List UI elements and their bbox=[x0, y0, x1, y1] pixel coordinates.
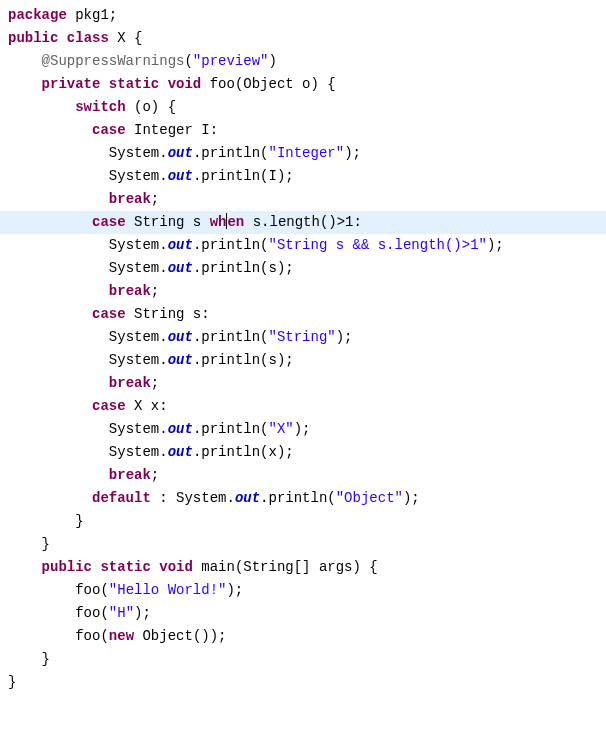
case-label: X x bbox=[134, 398, 159, 414]
keyword-case: case bbox=[92, 398, 126, 414]
code-line: public static void main(String[] args) { bbox=[0, 556, 606, 579]
code-line: public class X { bbox=[0, 27, 606, 50]
code-line: System.out.println(s); bbox=[0, 257, 606, 280]
sys: System bbox=[109, 168, 159, 184]
var: x bbox=[269, 444, 277, 460]
println: println bbox=[201, 329, 260, 345]
println: println bbox=[201, 444, 260, 460]
keyword-break: break bbox=[109, 191, 151, 207]
type: Object bbox=[142, 628, 192, 644]
string-literal: "H" bbox=[109, 605, 134, 621]
sys: System bbox=[109, 145, 159, 161]
switch-expr: o bbox=[142, 99, 150, 115]
code-line: System.out.println(s); bbox=[0, 349, 606, 372]
keyword-case: case bbox=[92, 122, 126, 138]
out-field: out bbox=[168, 329, 193, 345]
code-line: System.out.println(x); bbox=[0, 441, 606, 464]
code-line: package pkg1; bbox=[0, 4, 606, 27]
code-line: break; bbox=[0, 372, 606, 395]
keyword-break: break bbox=[109, 283, 151, 299]
out-field: out bbox=[235, 490, 260, 506]
case-label: Integer I bbox=[134, 122, 210, 138]
code-line: break; bbox=[0, 464, 606, 487]
keyword-void: void bbox=[168, 76, 202, 92]
code-line: } bbox=[0, 533, 606, 556]
sys: System bbox=[109, 260, 159, 276]
println: println bbox=[269, 490, 328, 506]
out-field: out bbox=[168, 444, 193, 460]
method-name: foo bbox=[210, 76, 235, 92]
text-cursor bbox=[226, 213, 227, 229]
code-line: foo("Hello World!"); bbox=[0, 579, 606, 602]
string-literal: "Object" bbox=[336, 490, 403, 506]
case-label: String s bbox=[134, 306, 201, 322]
code-editor: package pkg1; public class X { @Suppress… bbox=[0, 0, 606, 698]
annotation: @SuppressWarnings bbox=[42, 53, 185, 69]
keyword-static: static bbox=[109, 76, 159, 92]
keyword-public: public bbox=[42, 559, 92, 575]
string-literal: "String s && s.length()>1" bbox=[269, 237, 487, 253]
out-field: out bbox=[168, 352, 193, 368]
param: String[] args bbox=[243, 559, 352, 575]
code-line: System.out.println(I); bbox=[0, 165, 606, 188]
println: println bbox=[201, 145, 260, 161]
method-name: main bbox=[201, 559, 235, 575]
var: I bbox=[269, 168, 277, 184]
keyword-case: case bbox=[92, 306, 126, 322]
keyword-static: static bbox=[100, 559, 150, 575]
keyword-void: void bbox=[159, 559, 193, 575]
code-line: } bbox=[0, 648, 606, 671]
println: println bbox=[201, 352, 260, 368]
keyword-switch: switch bbox=[75, 99, 125, 115]
code-line: System.out.println("String"); bbox=[0, 326, 606, 349]
call: foo bbox=[75, 582, 100, 598]
sys: System bbox=[176, 490, 226, 506]
sys: System bbox=[109, 352, 159, 368]
code-line: foo(new Object()); bbox=[0, 625, 606, 648]
string-literal: "X" bbox=[269, 421, 294, 437]
out-field: out bbox=[168, 260, 193, 276]
keyword-default: default bbox=[92, 490, 151, 506]
call: foo bbox=[75, 628, 100, 644]
out-field: out bbox=[168, 145, 193, 161]
keyword-case: case bbox=[92, 214, 126, 230]
keyword-break: break bbox=[109, 375, 151, 391]
keyword-private: private bbox=[42, 76, 101, 92]
class-name: X bbox=[117, 30, 125, 46]
call: foo bbox=[75, 605, 100, 621]
var: s bbox=[269, 260, 277, 276]
out-field: out bbox=[168, 237, 193, 253]
param: Object o bbox=[243, 76, 310, 92]
println: println bbox=[201, 237, 260, 253]
keyword-class: class bbox=[67, 30, 109, 46]
sys: System bbox=[109, 421, 159, 437]
code-line: private static void foo(Object o) { bbox=[0, 73, 606, 96]
code-line: System.out.println("X"); bbox=[0, 418, 606, 441]
keyword-break: break bbox=[109, 467, 151, 483]
string-literal: "Integer" bbox=[269, 145, 345, 161]
code-line: case Integer I: bbox=[0, 119, 606, 142]
code-line: foo("H"); bbox=[0, 602, 606, 625]
code-line: break; bbox=[0, 188, 606, 211]
case-label: String s bbox=[134, 214, 201, 230]
code-line-highlighted: case String s when s.length()>1: bbox=[0, 211, 606, 234]
code-line: System.out.println("String s && s.length… bbox=[0, 234, 606, 257]
code-line: } bbox=[0, 510, 606, 533]
out-field: out bbox=[168, 168, 193, 184]
code-line: break; bbox=[0, 280, 606, 303]
code-line: default : System.out.println("Object"); bbox=[0, 487, 606, 510]
keyword-new: new bbox=[109, 628, 134, 644]
code-line: } bbox=[0, 671, 606, 694]
keyword-package: package bbox=[8, 7, 67, 23]
sys: System bbox=[109, 237, 159, 253]
var: s bbox=[269, 352, 277, 368]
code-line: System.out.println("Integer"); bbox=[0, 142, 606, 165]
code-line: @SuppressWarnings("preview") bbox=[0, 50, 606, 73]
code-line: case X x: bbox=[0, 395, 606, 418]
println: println bbox=[201, 168, 260, 184]
keyword-public: public bbox=[8, 30, 58, 46]
when-condition: s.length()>1 bbox=[253, 214, 354, 230]
package-name: pkg1 bbox=[75, 7, 109, 23]
string-literal: "Hello World!" bbox=[109, 582, 227, 598]
println: println bbox=[201, 260, 260, 276]
